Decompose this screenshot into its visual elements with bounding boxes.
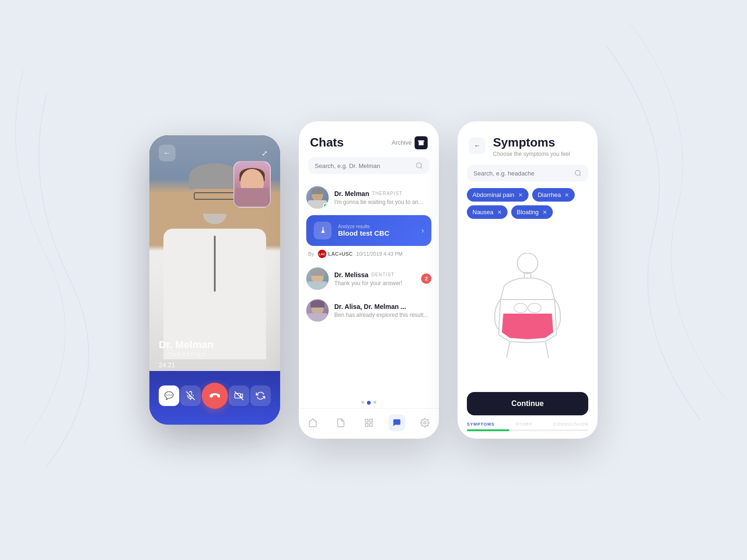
tag-abdominal-pain[interactable]: Abdominal pain ✕ — [467, 188, 529, 202]
chat-name-row: Dr. Melman THERAPIST — [334, 190, 431, 197]
video-top-bar: ← ⤢ — [159, 145, 271, 161]
body-svg — [490, 253, 565, 360]
chat-name: Dr. Melissa — [334, 271, 368, 279]
avatar-body — [307, 281, 328, 290]
chat-item-melman[interactable]: Dr. Melman THERAPIST I'm gonna be waitin… — [306, 182, 431, 213]
card-title: Blood test CBC — [338, 229, 415, 237]
archive-button[interactable]: Archive — [392, 136, 428, 149]
svg-line-2 — [235, 391, 243, 399]
symptoms-search-bar[interactable] — [467, 165, 588, 182]
search-icon — [416, 162, 423, 169]
svg-point-15 — [517, 253, 538, 273]
settings-icon — [420, 418, 430, 427]
doctor-hair — [189, 163, 240, 189]
chat-icon: 💬 — [164, 391, 174, 400]
chat-button[interactable]: 💬 — [159, 385, 179, 406]
step-story: STORY — [515, 422, 532, 427]
doctor-beard — [203, 214, 226, 224]
chat-item-alisa[interactable]: Dr. Alisa, Dr. Melman ... Ben has alread… — [306, 294, 431, 326]
dot-2 — [367, 401, 371, 405]
body-diagram — [458, 224, 598, 388]
avatar-melissa — [306, 267, 329, 290]
card-text: Anolyze results Blood test CBC — [338, 224, 415, 237]
switch-icon — [256, 391, 265, 400]
svg-point-6 — [416, 163, 422, 168]
page-indicator — [299, 397, 439, 408]
self-video-preview — [233, 161, 271, 208]
phone-video-call: ← ⤢ Dr. Melman — THERAPIST 24:21 💬 — [149, 135, 280, 425]
mute-button[interactable] — [180, 385, 201, 406]
symptoms-title-block: Symptoms Choose the symptoms you feel — [493, 135, 570, 157]
svg-point-18 — [528, 303, 541, 313]
search-icon — [574, 169, 582, 177]
tag-remove-icon[interactable]: ✕ — [543, 209, 547, 216]
flask-icon — [318, 226, 327, 235]
svg-line-14 — [579, 175, 581, 176]
card-provider: LAC LAC+USC — [318, 250, 352, 258]
tag-diarrhea[interactable]: Diarrhea ✕ — [532, 188, 575, 202]
nav-docs[interactable] — [332, 414, 349, 431]
avatar-body — [307, 313, 328, 322]
grid-icon — [364, 418, 374, 427]
unread-badge: 2 — [421, 273, 431, 284]
video-back-button[interactable]: ← — [159, 145, 176, 161]
chats-header: Chats Archive — [299, 121, 439, 157]
card-arrow-icon: › — [422, 226, 424, 235]
chat-list: Dr. Melman THERAPIST I'm gonna be waitin… — [299, 182, 439, 397]
step-consultation: CONSULTAION — [553, 422, 588, 427]
doctor-role-label: THERAPIST — [169, 352, 206, 357]
chat-info-melman: Dr. Melman THERAPIST I'm gonna be waitin… — [334, 190, 431, 205]
svg-point-12 — [424, 422, 426, 424]
preview-body — [236, 188, 268, 207]
tag-nausea[interactable]: Nausea ✕ — [467, 205, 507, 219]
back-icon: ← — [474, 142, 480, 149]
svg-point-13 — [575, 170, 580, 175]
phone-chats: Chats Archive — [299, 121, 439, 439]
tag-remove-icon[interactable]: ✕ — [518, 192, 523, 198]
video-toggle-button[interactable] — [229, 385, 249, 406]
chat-role: DENTIST — [371, 272, 395, 277]
symptoms-back-button[interactable]: ← — [469, 137, 486, 154]
chat-name-row: Dr. Melissa DENTIST — [334, 271, 416, 279]
symptoms-search-input[interactable] — [473, 170, 571, 177]
symptoms-main-title: Symptoms — [493, 135, 570, 150]
tag-bloating[interactable]: Bloating ✕ — [511, 205, 553, 219]
avatar-alisa — [306, 299, 329, 322]
chats-search-bar[interactable] — [308, 157, 430, 174]
chat-message: I'm gonna be waiting for you to an... — [334, 199, 431, 205]
switch-camera-button[interactable] — [250, 385, 271, 406]
progress-steps: SYMPTOMS STORY CONSULTAION — [458, 422, 598, 439]
dot-3 — [374, 401, 376, 404]
card-date: 10/11/2019 4:43 PM — [356, 251, 402, 257]
back-arrow-icon: ← — [163, 149, 171, 157]
continue-button[interactable]: Continue — [467, 392, 588, 415]
blood-test-card[interactable]: Anolyze results Blood test CBC › — [306, 215, 431, 246]
tag-remove-icon[interactable]: ✕ — [497, 209, 502, 216]
chat-item-melissa[interactable]: Dr. Melissa DENTIST Thank you for your a… — [306, 263, 431, 294]
tag-remove-icon[interactable]: ✕ — [564, 192, 569, 198]
chats-search-input[interactable] — [315, 162, 412, 169]
symptoms-subtitle: Choose the symptoms you feel — [493, 151, 570, 157]
video-doctor-name: Dr. Melman — [159, 339, 213, 351]
nav-grid[interactable] — [360, 414, 377, 431]
chat-message: Thank you for your answer! — [334, 280, 416, 287]
chat-info-alisa: Dr. Alisa, Dr. Melman ... Ben has alread… — [334, 303, 431, 318]
symptom-tags: Abdominal pain ✕ Diarrhea ✕ Nausea ✕ Blo… — [458, 188, 598, 219]
nav-chat[interactable] — [388, 414, 405, 431]
tag-label: Diarrhea — [538, 191, 561, 198]
chat-name: Dr. Melman — [334, 190, 369, 197]
steps-labels: SYMPTOMS STORY CONSULTAION — [467, 422, 588, 427]
progress-bar-fill — [467, 429, 509, 431]
svg-rect-8 — [366, 420, 368, 422]
avatar-melman — [306, 186, 329, 209]
svg-rect-11 — [370, 424, 373, 427]
hangup-button[interactable] — [202, 383, 228, 409]
card-label: Anolyze results — [338, 224, 415, 229]
nav-settings[interactable] — [416, 414, 433, 431]
expand-button[interactable]: ⤢ — [258, 147, 271, 160]
archive-icon — [418, 140, 424, 146]
nav-home[interactable] — [304, 414, 321, 431]
chat-info-melissa: Dr. Melissa DENTIST Thank you for your a… — [334, 271, 416, 287]
call-timer: 24:21 — [159, 361, 213, 369]
avatar-hair — [311, 188, 324, 194]
